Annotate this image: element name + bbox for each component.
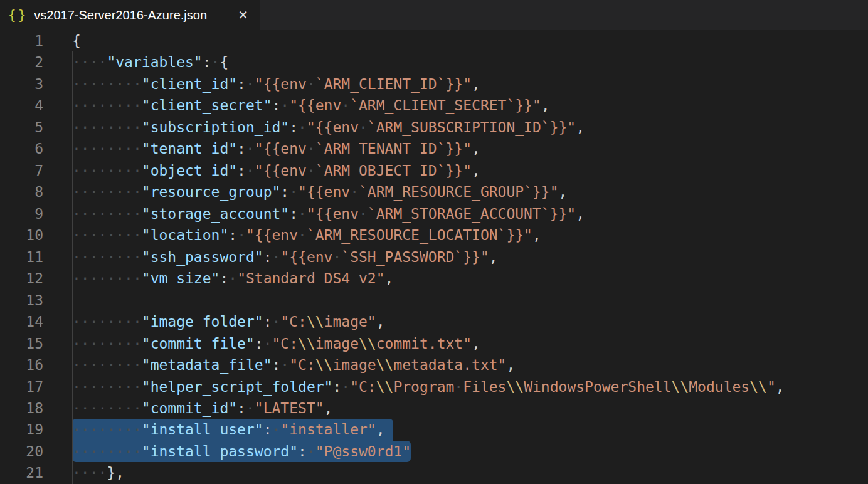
line-number[interactable]: 5 (0, 117, 72, 138)
code-token: : (237, 400, 246, 416)
code-token: , (472, 140, 480, 157)
code-line[interactable]: 1{ (0, 30, 868, 51)
code-line[interactable]: 7········"object_id":·"{{env·`ARM_OBJECT… (0, 160, 868, 181)
tab-title: vs2017-Server2016-Azure.json (34, 8, 207, 23)
code-token: "commit_id" (142, 400, 237, 416)
code-token: "vm_size" (142, 270, 220, 287)
code-token: , (376, 313, 385, 330)
code-editor[interactable]: 1{2····"variables":·{3········"client_id… (0, 30, 868, 484)
code-line[interactable]: 19········"install_user":·"installer", (0, 419, 868, 440)
whitespace-dots: · (341, 97, 350, 113)
code-text: ········"subscription_id":·"{{env·`ARM_S… (72, 117, 868, 138)
whitespace-dots: · (280, 357, 289, 373)
line-number[interactable]: 19 (0, 419, 72, 440)
code-token: : (298, 443, 307, 460)
line-number[interactable]: 16 (0, 354, 72, 376)
code-text (72, 290, 868, 311)
code-token: `ARM_SUBSCRIPTION_ID`}}" (368, 119, 576, 135)
line-number[interactable]: 2 (0, 51, 72, 73)
code-line[interactable]: 8········"resource_group":·"{{env·`ARM_R… (0, 181, 868, 203)
whitespace-dots: ········ (72, 400, 142, 416)
code-line[interactable]: 6········"tenant_id":·"{{env·`ARM_TENANT… (0, 138, 868, 159)
tab-active-file[interactable]: {} vs2017-Server2016-Azure.json ✕ (0, 0, 260, 30)
whitespace-dots: · (263, 335, 272, 352)
code-line[interactable]: 2····"variables":·{ (0, 51, 868, 73)
line-number[interactable]: 14 (0, 311, 72, 332)
line-number[interactable]: 11 (0, 246, 72, 268)
whitespace-dots: · (246, 76, 255, 92)
code-token: : (237, 140, 246, 157)
code-token: : (289, 206, 298, 222)
code-line[interactable]: 9········"storage_account":·"{{env·`ARM_… (0, 203, 868, 224)
code-line[interactable]: 4········"client_secret":·"{{env·`ARM_CL… (0, 95, 868, 116)
line-number[interactable]: 21 (0, 462, 72, 483)
code-token: , (576, 206, 585, 222)
line-number[interactable]: 7 (0, 160, 72, 181)
whitespace-dots: ········ (72, 335, 142, 352)
line-number[interactable]: 15 (0, 333, 72, 354)
code-token: : (280, 184, 289, 200)
code-token: \\ (749, 379, 767, 395)
code-token: "{{env (307, 206, 359, 222)
code-token: Files (463, 379, 506, 395)
code-token: "{{env (246, 227, 298, 243)
code-line[interactable]: 3········"client_id":·"{{env·`ARM_CLIENT… (0, 73, 868, 95)
line-number[interactable]: 20 (0, 441, 72, 462)
code-token: "{{env (307, 119, 359, 135)
whitespace-dots: ········ (72, 227, 142, 243)
line-number[interactable]: 6 (0, 138, 72, 159)
line-number[interactable]: 9 (0, 203, 72, 224)
line-number[interactable]: 18 (0, 397, 72, 419)
code-line[interactable]: 14········"image_folder":·"C:\\image", (0, 311, 868, 332)
code-token: "P@ssw0rd1" (315, 443, 411, 460)
line-number[interactable]: 17 (0, 376, 72, 397)
whitespace-dots: · (307, 443, 315, 460)
code-token: , (472, 76, 480, 92)
code-token: , (472, 335, 480, 352)
code-line[interactable]: 13 (0, 290, 868, 311)
line-number[interactable]: 1 (0, 30, 72, 51)
code-token: `ARM_OBJECT_ID`}}" (315, 162, 472, 179)
line-number[interactable]: 8 (0, 181, 72, 203)
code-line[interactable]: 15········"commit_file":·"C:\\image\\com… (0, 333, 868, 354)
whitespace-dots: · (272, 313, 281, 330)
code-line[interactable]: 18········"commit_id":·"LATEST", (0, 397, 868, 419)
line-number[interactable]: 12 (0, 268, 72, 289)
line-number[interactable]: 10 (0, 224, 72, 246)
tab-close-icon[interactable]: ✕ (235, 8, 251, 23)
code-token: "C: (280, 313, 307, 330)
code-text: ········"storage_account":·"{{env·`ARM_S… (72, 203, 868, 224)
code-line[interactable]: 5········"subscription_id":·"{{env·`ARM_… (0, 117, 868, 138)
whitespace-dots: · (341, 379, 350, 395)
code-token: : (272, 357, 281, 373)
whitespace-dots: ········ (72, 76, 142, 92)
json-file-icon: {} (8, 8, 28, 23)
code-line[interactable]: 16········"metadata_file":·"C:\\image\\m… (0, 354, 868, 376)
code-text: ········"object_id":·"{{env·`ARM_OBJECT_… (72, 160, 868, 181)
code-line[interactable]: 20········"install_password":·"P@ssw0rd1… (0, 441, 868, 462)
code-line[interactable]: 11········"ssh_password":·"{{env·`SSH_PA… (0, 246, 868, 268)
line-number[interactable]: 4 (0, 95, 72, 116)
code-text: ········"tenant_id":·"{{env·`ARM_TENANT_… (72, 138, 868, 159)
code-line[interactable]: 17········"helper_script_folder":·"C:\\P… (0, 376, 868, 397)
line-number[interactable]: 3 (0, 73, 72, 95)
code-token: "helper_script_folder" (142, 379, 333, 395)
code-token: "commit_file" (142, 335, 255, 352)
whitespace-dots: ········ (72, 313, 142, 330)
code-line[interactable]: 12········"vm_size":·"Standard_DS4_v2", (0, 268, 868, 289)
code-line[interactable]: 10········"location":·"{{env·`ARM_RESOUR… (0, 224, 868, 246)
whitespace-dots: ········ (72, 357, 142, 373)
code-token: "client_secret" (142, 97, 272, 113)
code-line[interactable]: 21····}, (0, 462, 868, 483)
code-token: "C: (289, 357, 315, 373)
code-token: , (472, 162, 480, 179)
whitespace-dots: ········ (72, 379, 142, 395)
code-token: "tenant_id" (142, 140, 237, 157)
code-token: Program (393, 379, 454, 395)
tab-bar: {} vs2017-Server2016-Azure.json ✕ (0, 0, 868, 30)
whitespace-dots: · (272, 421, 281, 438)
whitespace-dots: ···· (72, 465, 107, 481)
code-token: commit.txt" (376, 335, 472, 352)
line-number[interactable]: 13 (0, 290, 72, 311)
code-token: "metadata_file" (142, 357, 272, 373)
